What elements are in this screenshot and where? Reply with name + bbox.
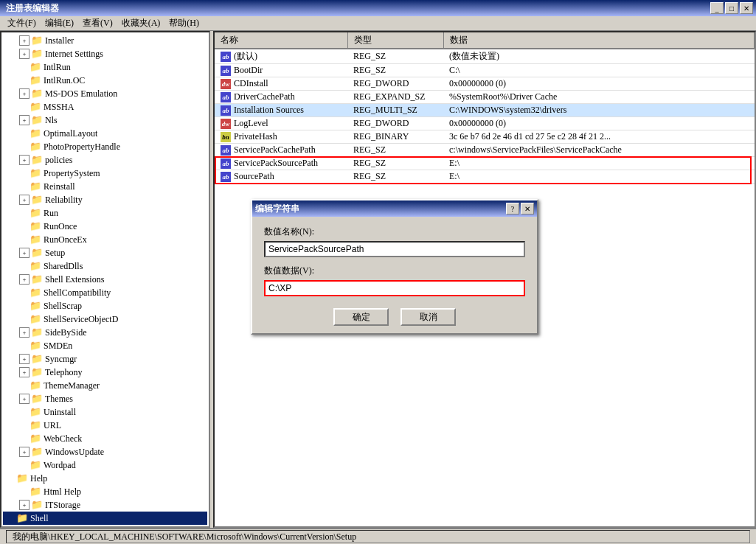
folder-icon: 📁	[30, 128, 41, 139]
folder-icon: 📁	[31, 366, 43, 378]
tree-item[interactable]: +📁Reliability	[3, 193, 207, 206]
folder-icon: 📁	[30, 181, 41, 192]
tree-item[interactable]: 📁PhotoPropertyHandle	[3, 140, 207, 153]
menu-file[interactable]: 文件(F)	[3, 15, 41, 31]
expand-icon[interactable]: +	[19, 367, 30, 377]
table-row[interactable]: dwCDInstallREG_DWORD0x00000000 (0)	[215, 77, 755, 91]
expand-icon[interactable]: +	[19, 88, 30, 99]
tree-item[interactable]: +📁Syncmgr	[3, 352, 207, 366]
expand-icon[interactable]: +	[19, 327, 30, 338]
tree-item[interactable]: +📁policies	[3, 153, 207, 167]
minimize-button[interactable]: _	[710, 2, 724, 14]
tree-item[interactable]: 📁SharedDlls	[3, 259, 207, 273]
expand-icon[interactable]: +	[19, 35, 30, 46]
name-text: ServicePackSourcePath	[234, 158, 318, 168]
tree-item-label: IntlRun	[44, 62, 71, 73]
tree-item[interactable]: +📁Internet Settings	[3, 47, 207, 60]
tree-item-label: Html Help	[44, 487, 81, 498]
expand-icon[interactable]: +	[19, 394, 30, 404]
tree-scroll[interactable]: +📁Installer+📁Internet Settings📁IntlRun📁I…	[1, 32, 209, 526]
expand-icon[interactable]: +	[19, 115, 30, 125]
table-row[interactable]: abDriverCachePathREG_EXPAND_SZ%SystemRoo…	[215, 91, 755, 104]
tree-item[interactable]: 📁URL	[3, 419, 207, 432]
folder-icon: 📁	[31, 327, 43, 338]
expand-icon[interactable]: +	[19, 274, 30, 285]
name-input[interactable]	[264, 241, 525, 257]
tree-item[interactable]: 📁Wordpad	[3, 458, 207, 472]
table-row[interactable]: bnPrivateHashREG_BINARY3c 6e b7 6d 2e 46…	[215, 130, 755, 144]
tree-item[interactable]: 📁Html Help	[3, 485, 207, 498]
tree-item[interactable]: 📁Windows Genuine Advantage	[3, 525, 207, 526]
expand-icon[interactable]: +	[19, 354, 30, 364]
menu-view[interactable]: 查看(V)	[78, 15, 117, 31]
folder-icon: 📁	[30, 220, 41, 232]
table-row[interactable]: abSourcePathREG_SZE:\	[215, 170, 755, 184]
maximize-button[interactable]: □	[725, 2, 738, 14]
tree-item-label: IntlRun.OC	[44, 75, 85, 86]
tree-item[interactable]: +📁Nls	[3, 114, 207, 127]
menu-favorites[interactable]: 收藏夹(A)	[117, 15, 165, 31]
tree-item-label: MS-DOS Emulation	[45, 88, 117, 100]
tree-item[interactable]: +📁Installer	[3, 34, 207, 47]
tree-item[interactable]: 📁RunOnce	[3, 220, 207, 233]
tree-item[interactable]: 📁Reinstall	[3, 180, 207, 193]
table-row[interactable]: abBootDirREG_SZC:\	[215, 64, 755, 77]
tree-item[interactable]: 📁Uninstall	[3, 405, 207, 419]
type-icon: ab	[221, 172, 231, 182]
data-input[interactable]	[264, 280, 525, 296]
tree-item[interactable]: +📁Themes	[3, 392, 207, 405]
expand-icon[interactable]: +	[19, 248, 30, 258]
tree-item-label: Uninstall	[44, 407, 76, 418]
close-button[interactable]: ✕	[740, 2, 753, 14]
tree-item[interactable]: 📁Run	[3, 206, 207, 220]
cancel-button[interactable]: 取消	[400, 308, 456, 326]
tree-item[interactable]: 📁PropertySystem	[3, 167, 207, 180]
tree-item[interactable]: 📁IntlRun	[3, 60, 207, 74]
folder-icon: 📁	[30, 419, 41, 431]
cell-data: C:\	[443, 64, 755, 77]
tree-item[interactable]: +📁ITStorage	[3, 498, 207, 512]
ok-button[interactable]: 确定	[333, 308, 389, 326]
tree-item[interactable]: +📁Setup	[3, 246, 207, 259]
tree-item[interactable]: 📁MSSHA	[3, 100, 207, 114]
tree-item[interactable]: 📁WebCheck	[3, 432, 207, 445]
cell-name: bnPrivateHash	[215, 130, 347, 144]
tree-item[interactable]: 📁RunOnceEx	[3, 233, 207, 246]
expand-icon[interactable]: +	[19, 447, 30, 457]
tree-item[interactable]: +📁SideBySide	[3, 326, 207, 339]
cell-type: REG_SZ	[347, 49, 443, 64]
tree-item[interactable]: 📁Help	[3, 472, 207, 485]
table-row[interactable]: abServicePackCachePathREG_SZc:\windows\S…	[215, 144, 755, 157]
menu-edit[interactable]: 编辑(E)	[41, 15, 78, 31]
cell-data: E:\	[443, 157, 755, 170]
table-row[interactable]: abInstallation SourcesREG_MULTI_SZC:\WIN…	[215, 104, 755, 117]
tree-item[interactable]: 📁IntlRun.OC	[3, 74, 207, 87]
table-header: 名称 类型 数据	[215, 32, 755, 49]
tree-item[interactable]: +📁WindowsUpdate	[3, 445, 207, 458]
table-row[interactable]: ab(默认)REG_SZ(数值未设置)	[215, 49, 755, 64]
tree-item[interactable]: 📁Shell	[3, 512, 207, 525]
dialog-help-button[interactable]: ?	[506, 203, 519, 215]
tree-item[interactable]: 📁OptimalLayout	[3, 127, 207, 140]
tree-item[interactable]: 📁ThemeManager	[3, 379, 207, 392]
tree-item[interactable]: +📁MS-DOS Emulation	[3, 87, 207, 100]
tree-item[interactable]: 📁ShellScrap	[3, 299, 207, 313]
folder-icon: 📁	[31, 114, 43, 126]
tree-item[interactable]: 📁ShellServiceObjectD	[3, 313, 207, 326]
tree-item[interactable]: 📁ShellCompatibility	[3, 286, 207, 299]
tree-item[interactable]: +📁Telephony	[3, 366, 207, 379]
cell-type: REG_DWORD	[347, 77, 443, 91]
tree-item[interactable]: 📁SMDEn	[3, 339, 207, 352]
tree-item[interactable]: +📁Shell Extensions	[3, 273, 207, 286]
table-row[interactable]: abServicePackSourcePathREG_SZE:\	[215, 157, 755, 170]
tree-item-label: Shell Extensions	[45, 274, 104, 285]
table-row[interactable]: dwLogLevelREG_DWORD0x00000000 (0)	[215, 117, 755, 130]
menu-help[interactable]: 帮助(H)	[164, 15, 204, 31]
dialog-close-button[interactable]: ✕	[521, 203, 534, 215]
expand-icon[interactable]: +	[19, 49, 30, 59]
expand-icon[interactable]: +	[19, 195, 30, 205]
expand-icon[interactable]: +	[19, 155, 30, 165]
window-controls: _ □ ✕	[710, 2, 753, 14]
expand-icon[interactable]: +	[19, 500, 30, 510]
tree-item-label: MSSHA	[44, 102, 74, 113]
